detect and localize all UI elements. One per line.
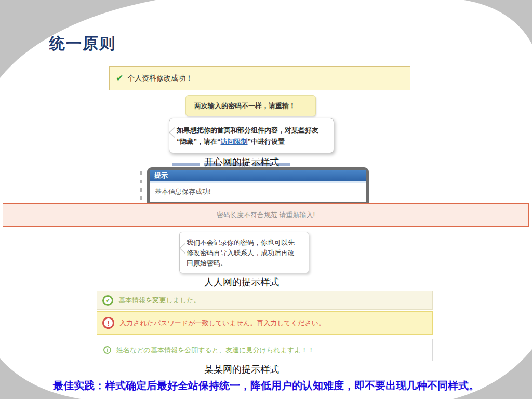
renren-password-tooltip: 我们不会记录你的密码，你也可以先 修改密码再导入联系人，成功后再改 回原始密码。	[179, 232, 309, 273]
renren-dialog-window: 提示 基本信息保存成功!	[150, 170, 366, 202]
access-restriction-link[interactable]: 访问限制	[221, 138, 248, 145]
kaixin-success-text: 个人资料修改成功！	[127, 74, 193, 83]
renren-tooltip-line-1: 我们不会记录你的密码，你也可以先	[187, 237, 309, 248]
tooltip-line-2-post: ”中进行设置	[248, 138, 285, 145]
othersite-success-notice: ✔ 基本情報を変更しました。	[97, 291, 433, 310]
tooltip-line-1: 如果想把你的首页和部分组件内容，对某些好友	[177, 125, 334, 136]
othersite-info-notice: i 姓名などの基本情報を公開すると、友達に見分けられますよ！！	[97, 339, 433, 361]
exclamation-circle-icon: !	[102, 317, 114, 329]
tooltip-line-2: “隐藏”，请在“访问限制”中进行设置	[177, 136, 334, 148]
renren-dialog-titlebar: 提示	[150, 170, 366, 181]
tooltip-line-2-pre: “隐藏”，请在“	[177, 138, 221, 145]
check-circle-icon: ✔	[102, 295, 113, 306]
renren-error-banner: 密码长度不符合规范 请重新输入!	[3, 203, 529, 227]
othersite-error-text: 入力されたパスワードが一致していません。再入力してください。	[119, 318, 325, 328]
best-practice-note: 最佳实践：样式确定后最好全站保持统一，降低用户的认知难度，即不要出现几种不同样式…	[0, 379, 532, 393]
renren-tooltip-line-3: 回原始密码。	[187, 258, 309, 269]
othersite-info-text: 姓名などの基本情報を公開すると、友達に見分けられますよ！！	[116, 345, 314, 355]
othersite-error-notice: ! 入力されたパスワードが一致していません。再入力してください。	[97, 311, 433, 335]
renren-error-text: 密码长度不符合规范 请重新输入!	[217, 210, 315, 220]
kaixin-privacy-tooltip: 如果想把你的首页和部分组件内容，对某些好友 “隐藏”，请在“访问限制”中进行设置	[169, 118, 334, 153]
obscured-edge-fragments	[140, 171, 145, 205]
renren-tooltip-line-2: 修改密码再导入联系人，成功后再改	[187, 248, 309, 258]
check-icon: ✔	[116, 73, 123, 84]
othersite-caption: 某某网的提示样式	[148, 363, 335, 376]
page-title: 统一原则	[49, 33, 116, 55]
info-circle-icon: i	[103, 346, 111, 354]
othersite-success-text: 基本情報を変更しました。	[118, 296, 201, 305]
renren-caption: 人人网的提示样式	[148, 276, 335, 288]
kaixin-password-bubble-text: 两次输入的密码不一样，请重输！	[194, 101, 296, 111]
kaixin-success-banner: ✔ 个人资料修改成功！	[109, 66, 410, 90]
kaixin-password-bubble: 两次输入的密码不一样，请重输！	[185, 95, 316, 116]
renren-dialog: 提示 基本信息保存成功!	[147, 167, 369, 205]
kaixin-caption: 开心网的提示样式	[148, 156, 335, 168]
renren-dialog-message: 基本信息保存成功!	[150, 183, 366, 196]
